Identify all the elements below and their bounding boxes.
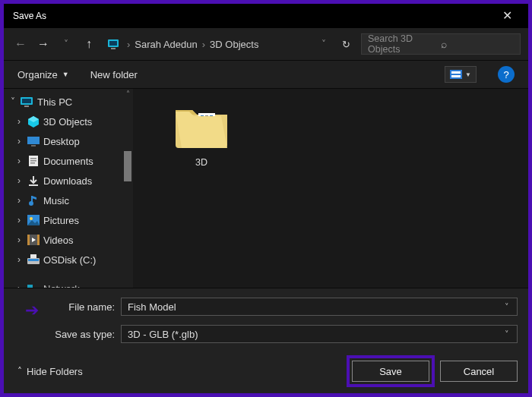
tree-item-osdisk[interactable]: › OSDisk (C:) <box>4 250 133 269</box>
expand-icon[interactable]: › <box>14 254 24 265</box>
hide-folders-label: Hide Folders <box>27 366 83 377</box>
breadcrumb-user[interactable]: Sarah Adedun <box>135 39 197 50</box>
search-input[interactable]: Search 3D Objects ⌕ <box>361 33 521 55</box>
expand-icon[interactable]: › <box>14 116 24 127</box>
save-button[interactable]: Save <box>352 361 429 382</box>
file-type-row: Save as type: 3D - GLB (*.glb) ˅ <box>14 323 518 345</box>
expand-icon[interactable]: › <box>14 156 24 166</box>
svg-rect-5 <box>451 75 461 77</box>
chevron-up-icon: ˄ <box>17 366 22 377</box>
documents-icon <box>27 154 40 168</box>
svg-rect-17 <box>29 184 38 186</box>
expand-icon[interactable]: › <box>14 195 24 206</box>
chevron-down-icon[interactable]: ˅ <box>500 327 514 341</box>
svg-point-18 <box>29 201 33 206</box>
tree-item-downloads[interactable]: › Downloads <box>4 171 133 191</box>
titlebar: Save As ✕ <box>4 4 528 28</box>
nav-row: ← → ˅ ↑ › Sarah Adedun › 3D Objects ˅ ↻ … <box>4 28 528 60</box>
organize-menu[interactable]: Organize ▼ <box>17 69 69 80</box>
tree-item-3d-objects[interactable]: › 3D Objects <box>4 112 133 131</box>
new-folder-button[interactable]: New folder <box>90 69 138 80</box>
tree-item-desktop[interactable]: › Desktop <box>4 131 133 151</box>
back-icon[interactable]: ← <box>11 37 30 51</box>
pictures-icon <box>27 213 40 227</box>
view-icon <box>450 70 462 79</box>
svg-rect-24 <box>37 235 40 245</box>
desktop-icon <box>27 134 40 148</box>
file-type-label: Save as type: <box>14 329 121 340</box>
tree-label: OSDisk (C:) <box>43 254 96 266</box>
tree-item-music[interactable]: › Music <box>4 191 133 210</box>
bottom-panel: ➔ File name: Fish Model ˅ Save as type: … <box>4 288 528 393</box>
file-name-row: File name: Fish Model ˅ <box>14 296 518 317</box>
tree-label: Downloads <box>43 175 92 187</box>
svg-rect-2 <box>111 48 116 49</box>
file-name-input[interactable]: Fish Model ˅ <box>121 298 518 316</box>
close-icon[interactable]: ✕ <box>492 4 522 28</box>
svg-rect-27 <box>28 259 39 261</box>
this-pc-icon <box>107 38 121 50</box>
button-row: ˄ Hide Folders Save Cancel <box>14 355 518 387</box>
chevron-right-icon: › <box>127 39 130 50</box>
file-name-value: Fish Model <box>128 301 176 313</box>
drive-icon <box>27 253 40 266</box>
refresh-icon[interactable]: ↻ <box>335 39 356 50</box>
svg-rect-7 <box>22 99 31 103</box>
expand-icon[interactable]: › <box>14 215 24 225</box>
chevron-down-icon: ▼ <box>62 71 69 78</box>
svg-rect-14 <box>30 158 36 159</box>
expand-icon[interactable]: › <box>14 136 24 147</box>
save-as-dialog: Save As ✕ ← → ˅ ↑ › Sarah Adedun › 3D Ob… <box>0 0 532 397</box>
up-icon[interactable]: ↑ <box>80 37 98 51</box>
tree-item-documents[interactable]: › Documents <box>4 151 133 171</box>
expand-icon[interactable]: › <box>14 235 24 245</box>
folder-item[interactable]: 3D <box>163 102 239 168</box>
forward-icon[interactable]: → <box>34 37 52 51</box>
window-title: Save As <box>10 11 492 21</box>
svg-rect-15 <box>30 160 36 162</box>
hide-folders-button[interactable]: ˄ Hide Folders <box>14 366 83 377</box>
tree-label: Pictures <box>43 215 79 226</box>
content-pane[interactable]: 3D <box>133 89 528 288</box>
chevron-down-icon[interactable]: ˅ <box>321 39 326 49</box>
cube-icon <box>27 115 40 128</box>
svg-point-20 <box>30 217 33 220</box>
recent-dropdown-icon[interactable]: ˅ <box>57 39 75 49</box>
cancel-label: Cancel <box>464 366 494 377</box>
search-placeholder: Search 3D Objects <box>368 33 441 55</box>
svg-rect-23 <box>27 235 30 245</box>
help-icon[interactable]: ? <box>498 66 515 83</box>
breadcrumb-folder[interactable]: 3D Objects <box>210 39 258 50</box>
folder-icon <box>171 102 232 151</box>
save-label: Save <box>379 366 402 377</box>
svg-rect-1 <box>109 41 117 46</box>
tree-item-pictures[interactable]: › Pictures <box>4 210 133 230</box>
toolbar: Organize ▼ New folder ▼ ? <box>4 60 528 89</box>
downloads-icon <box>27 174 40 187</box>
chevron-down-icon[interactable]: ˅ <box>500 300 514 314</box>
tree-label: Documents <box>43 156 93 167</box>
breadcrumb[interactable]: › Sarah Adedun › 3D Objects ˅ <box>103 33 331 55</box>
tree-label: This PC <box>37 96 72 108</box>
svg-rect-16 <box>30 162 35 164</box>
cancel-button[interactable]: Cancel <box>440 361 518 382</box>
collapse-icon[interactable]: ˅ <box>8 96 17 107</box>
chevron-right-icon: › <box>202 39 205 50</box>
dialog-body: ˅ This PC › 3D Objects › Desktop <box>4 89 528 288</box>
svg-rect-12 <box>31 145 36 147</box>
svg-rect-11 <box>27 137 40 144</box>
nav-tree: ˅ This PC › 3D Objects › Desktop <box>4 89 133 288</box>
tree-item-videos[interactable]: › Videos <box>4 230 133 250</box>
svg-rect-3 <box>450 70 462 79</box>
expand-icon[interactable]: › <box>14 175 24 186</box>
tree-scrollbar[interactable]: ˄ <box>122 89 133 288</box>
file-type-value: 3D - GLB (*.glb) <box>128 329 198 340</box>
scroll-thumb[interactable] <box>124 151 131 181</box>
videos-icon <box>27 233 40 247</box>
scroll-up-icon[interactable]: ˄ <box>122 89 133 99</box>
annotation-arrow-icon: ➔ <box>25 301 39 320</box>
view-mode-dropdown[interactable]: ▼ <box>445 66 477 83</box>
file-type-select[interactable]: 3D - GLB (*.glb) ˅ <box>121 325 518 343</box>
organize-label: Organize <box>17 69 58 80</box>
tree-root-this-pc[interactable]: ˅ This PC <box>4 92 133 112</box>
